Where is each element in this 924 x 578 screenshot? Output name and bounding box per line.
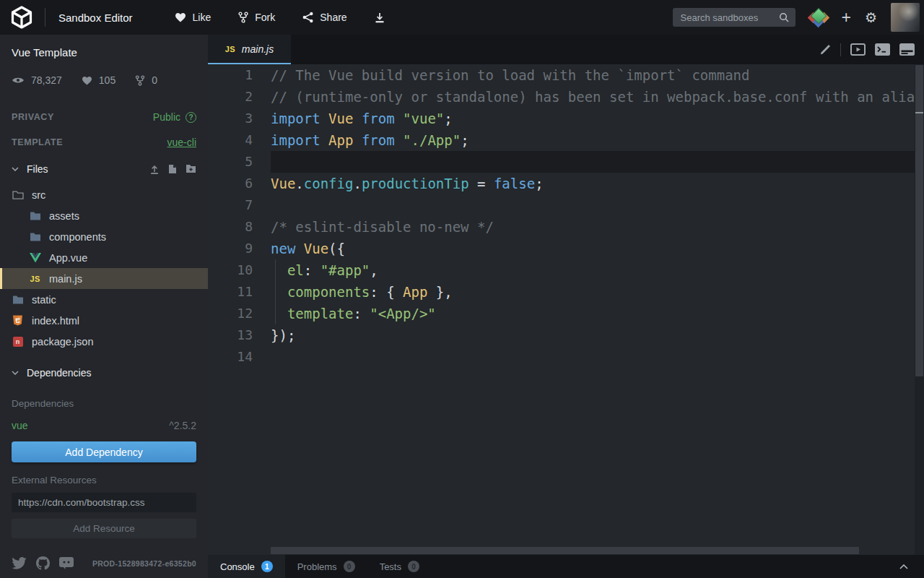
line-number[interactable]: 5	[208, 151, 271, 173]
line-number[interactable]: 8	[208, 216, 271, 238]
line-number[interactable]: 2	[208, 86, 271, 108]
add-resource-button[interactable]: Add Resource	[12, 519, 196, 538]
console-tab-tests[interactable]: Tests0	[367, 555, 432, 578]
project-stats: 78,327 105 0	[12, 74, 196, 86]
file-tree-item-package-json[interactable]: npackage.json	[0, 331, 208, 352]
file-tree-item-main-js[interactable]: JSmain.js	[0, 268, 208, 289]
privacy-label: PRIVACY	[12, 112, 54, 122]
main-content: Vue Template 78,327 105 0	[0, 35, 924, 578]
line-number[interactable]: 4	[208, 129, 271, 151]
toggle-terminal-button[interactable]	[875, 43, 890, 56]
code-line-4[interactable]: 4import App from "./App";	[208, 129, 924, 151]
file-name: static	[32, 294, 56, 306]
vue-icon	[29, 253, 41, 263]
line-number[interactable]: 11	[208, 281, 271, 303]
line-number[interactable]: 3	[208, 108, 271, 129]
share-icon	[302, 12, 313, 23]
github-link[interactable]	[36, 556, 50, 570]
search-input[interactable]	[679, 12, 775, 24]
code-line-9[interactable]: 9new Vue({	[208, 238, 924, 259]
line-number[interactable]: 14	[208, 346, 271, 368]
code-line-14[interactable]: 14	[208, 346, 924, 368]
fork-label: Fork	[255, 12, 275, 23]
twitter-link[interactable]	[12, 557, 27, 569]
vertical-scrollbar[interactable]	[915, 64, 924, 555]
files-section-header[interactable]: Files	[0, 157, 208, 181]
app-window: Sandbox Editor Like Fork Share	[0, 0, 924, 578]
line-number[interactable]: 12	[208, 303, 271, 324]
code-editor[interactable]: 1// The Vue build version to load with t…	[208, 64, 924, 555]
new-file-button[interactable]	[168, 164, 177, 174]
code-line-5[interactable]: 5	[208, 151, 924, 173]
code-line-content: });	[271, 324, 924, 346]
codesandbox-logo-icon[interactable]	[10, 6, 33, 29]
dependency-row: vue ^2.5.2	[0, 409, 208, 431]
code-line-1[interactable]: 1// The Vue build version to load with t…	[208, 64, 924, 86]
editor-area: JS main.js	[208, 35, 924, 578]
line-number[interactable]: 13	[208, 324, 271, 346]
npm-icon: n	[12, 337, 24, 347]
new-folder-button[interactable]	[186, 164, 196, 174]
file-tree-item-App-vue[interactable]: App.vue	[0, 247, 208, 268]
terminal-icon	[875, 43, 890, 56]
expand-console-button[interactable]	[899, 564, 908, 569]
fork-button[interactable]: Fork	[238, 12, 275, 23]
code-line-12[interactable]: 12 template: "<App/>"	[208, 303, 924, 324]
tab-main-js[interactable]: JS main.js	[208, 35, 291, 64]
sidebar-footer: PROD-1528983472-e6352b0	[12, 556, 196, 570]
console-tab-problems[interactable]: Problems0	[285, 555, 367, 578]
code-line-11[interactable]: 11 components: { App },	[208, 281, 924, 303]
upload-file-button[interactable]	[149, 164, 160, 174]
tab-bar: JS main.js	[208, 35, 924, 64]
code-lines: 1// The Vue build version to load with t…	[208, 64, 924, 368]
file-tree-item-assets[interactable]: assets	[0, 205, 208, 226]
add-dependency-button[interactable]: Add Dependency	[12, 441, 196, 462]
code-line-6[interactable]: 6Vue.config.productionTip = false;	[208, 173, 924, 194]
views-stat: 78,327	[12, 74, 62, 86]
file-name: App.vue	[49, 252, 87, 264]
file-tree-item-static[interactable]: static	[0, 289, 208, 310]
code-line-13[interactable]: 13});	[208, 324, 924, 346]
file-name: components	[49, 231, 106, 243]
share-button[interactable]: Share	[302, 12, 346, 23]
toggle-preview-button[interactable]	[850, 43, 866, 56]
new-sandbox-button[interactable]: +	[842, 9, 851, 26]
code-line-3[interactable]: 3import Vue from "vue";	[208, 108, 924, 129]
file-tree-item-index-html[interactable]: index.html	[0, 310, 208, 331]
console-tab-console[interactable]: Console1	[208, 555, 285, 578]
patron-badge-icon[interactable]	[809, 8, 828, 27]
likes-stat: 105	[82, 74, 116, 86]
horizontal-scrollbar[interactable]	[271, 547, 859, 554]
line-number[interactable]: 1	[208, 64, 271, 86]
code-line-10[interactable]: 10 el: "#app",	[208, 259, 924, 281]
help-icon[interactable]: ?	[186, 112, 196, 123]
user-avatar[interactable]	[891, 3, 920, 32]
file-name: package.json	[32, 336, 93, 348]
line-number[interactable]: 7	[208, 194, 271, 216]
workspace-info: Vue Template 78,327 105 0	[0, 35, 208, 148]
dependencies-section-header[interactable]: Dependencies	[0, 361, 208, 385]
line-number[interactable]: 10	[208, 259, 271, 281]
prettify-button[interactable]	[819, 44, 831, 56]
tab-filename: main.js	[242, 43, 274, 55]
dependency-name-link[interactable]: vue	[12, 420, 28, 431]
template-link[interactable]: vue-cli	[167, 137, 196, 148]
code-line-7[interactable]: 7	[208, 194, 924, 216]
search-icon	[779, 12, 789, 22]
file-tree-item-components[interactable]: components	[0, 226, 208, 247]
download-button[interactable]	[375, 12, 385, 23]
code-line-2[interactable]: 2// (runtime-only or standalone) has bee…	[208, 86, 924, 108]
discord-link[interactable]	[59, 557, 74, 569]
toggle-panel-layout-button[interactable]	[899, 43, 915, 56]
console-tabs: Console1Problems0Tests0	[208, 555, 432, 578]
code-line-8[interactable]: 8/* eslint-disable no-new */	[208, 216, 924, 238]
line-number[interactable]: 9	[208, 238, 271, 259]
like-button[interactable]: Like	[175, 12, 212, 23]
file-tree-item-src[interactable]: src	[0, 184, 208, 205]
files-section-label: Files	[27, 163, 48, 175]
preferences-button[interactable]: ⚙	[865, 11, 877, 25]
header-divider	[45, 8, 45, 27]
line-number[interactable]: 6	[208, 173, 271, 194]
privacy-value: Public ?	[153, 111, 196, 123]
external-resource-input[interactable]	[12, 493, 196, 512]
